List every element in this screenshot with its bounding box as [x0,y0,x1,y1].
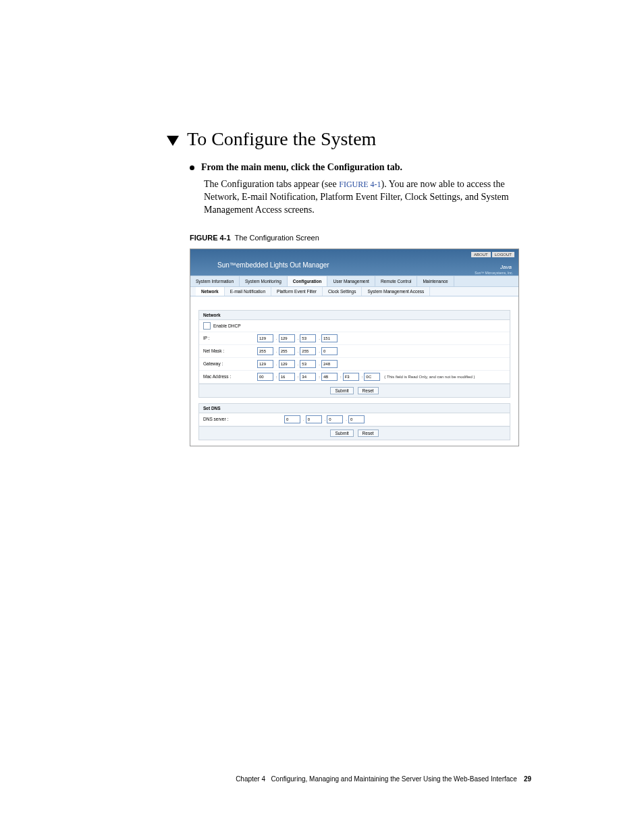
netmask-octet-2[interactable]: 255 [279,347,295,355]
figure-title: The Configuration Screen [234,234,319,242]
mac-octet-1: 00 [257,373,273,381]
step-line: From the main menu, click the Configurat… [190,162,531,173]
ip-octet-4[interactable]: 151 [321,334,338,342]
figure-label: FIGURE 4-1 [190,234,231,242]
body-prefix: The Configuration tabs appear (see [204,179,339,189]
netmask-label: Net Mask : [203,348,257,353]
subtab-system-management-access[interactable]: System Management Access [362,287,430,296]
netmask-octet-4[interactable]: 0 [321,347,338,355]
network-panel: Network Enable DHCP IP : 129. 129. 53. 1… [198,310,510,398]
ip-octet-3[interactable]: 53 [300,334,316,342]
body-paragraph: The Configuration tabs appear (see FIGUR… [204,178,531,217]
app-header: ABOUT LOGOUT Sun™embedded Lights Out Man… [190,249,518,276]
dns-label: DNS server : [203,417,284,421]
gateway-octet-1[interactable]: 129 [257,360,273,368]
heading-text: To Configure the System [187,128,376,149]
mac-readonly-note: ( This field is Read Only, and can not b… [384,375,475,379]
subtab-network[interactable]: Network [196,287,225,296]
mac-octet-6: 0C [364,373,380,381]
subtab-email-notification[interactable]: E-mail Notification [225,287,271,296]
dns-octet-1[interactable]: 0 [284,415,300,423]
dns-octet-3[interactable]: 0 [327,415,343,423]
enable-dhcp-row: Enable DHCP [199,320,510,332]
page-footer: Chapter 4 Configuring, Managing and Main… [167,775,531,783]
figure-link[interactable]: FIGURE 4-1 [339,180,381,189]
dns-octet-2[interactable]: 0 [306,415,322,423]
dns-submit-button[interactable]: Submit [330,429,353,437]
mac-octet-2: 16 [279,373,295,381]
tab-system-monitoring[interactable]: System Monitoring [240,276,288,286]
mac-label: Mac Address : [203,374,257,379]
footer-chapter: Chapter 4 [236,775,265,783]
logout-button[interactable]: LOGOUT [492,252,514,257]
dns-panel-title: Set DNS [199,404,510,413]
tab-user-management[interactable]: User Management [327,276,375,286]
config-screenshot: ABOUT LOGOUT Sun™embedded Lights Out Man… [190,249,519,446]
gateway-octet-4[interactable]: 248 [321,360,338,368]
enable-dhcp-checkbox[interactable] [203,322,211,330]
mac-row: Mac Address : 00: 16: 34: 4B: F3: 0C ( T… [199,371,510,384]
network-submit-button[interactable]: Submit [330,387,353,394]
netmask-row: Net Mask : 255. 255. 255. 0 [199,345,510,358]
mac-octet-3: 34 [300,373,316,381]
netmask-octet-1[interactable]: 255 [257,347,273,355]
ip-octet-2[interactable]: 129 [279,334,295,342]
bullet-icon [190,165,194,170]
app-title: Sun™embedded Lights Out Manager [217,261,512,269]
ip-row: IP : 129. 129. 53. 151 [199,332,510,345]
triangle-icon [167,136,179,146]
about-button[interactable]: ABOUT [471,252,491,257]
sub-tab-row: Network E-mail Notification Platform Eve… [190,287,518,296]
gateway-row: Gateway : 129. 129. 53. 248 [199,358,510,371]
dns-octet-4[interactable]: 0 [348,415,365,423]
section-heading: To Configure the System [167,128,531,150]
dns-reset-button[interactable]: Reset [358,429,379,437]
network-reset-button[interactable]: Reset [358,387,379,394]
enable-dhcp-label: Enable DHCP [213,323,240,328]
tab-maintenance[interactable]: Maintenance [417,276,454,286]
netmask-octet-3[interactable]: 255 [300,347,316,355]
dns-panel: Set DNS DNS server : 0. 0. 0. 0 Submit R… [198,403,510,440]
mac-octet-4: 4B [321,373,338,381]
tab-remote-control[interactable]: Remote Control [375,276,418,286]
page-number: 29 [524,775,531,783]
gateway-octet-3[interactable]: 53 [300,360,316,368]
corp-label: Sun™ Microsystems, Inc. [475,271,513,275]
dns-row: DNS server : 0. 0. 0. 0 [199,413,510,426]
network-panel-title: Network [199,311,510,320]
gateway-octet-2[interactable]: 129 [279,360,295,368]
mac-octet-5: F3 [343,373,359,381]
step-text: From the main menu, click the Configurat… [201,162,402,172]
ip-label: IP : [203,336,257,340]
tab-configuration[interactable]: Configuration [288,276,328,286]
gateway-label: Gateway : [203,361,257,366]
subtab-clock-settings[interactable]: Clock Settings [323,287,363,296]
main-tab-row: System Information System Monitoring Con… [190,276,518,287]
network-button-row: Submit Reset [199,384,510,397]
ip-octet-1[interactable]: 129 [257,334,273,342]
dns-button-row: Submit Reset [199,426,510,440]
figure-caption: FIGURE 4-1 The Configuration Screen [190,234,531,242]
subtab-platform-event-filter[interactable]: Platform Event Filter [271,287,323,296]
tab-system-information[interactable]: System Information [190,276,240,286]
java-logo: Java [500,264,512,270]
footer-title: Configuring, Managing and Maintaining th… [271,775,516,783]
